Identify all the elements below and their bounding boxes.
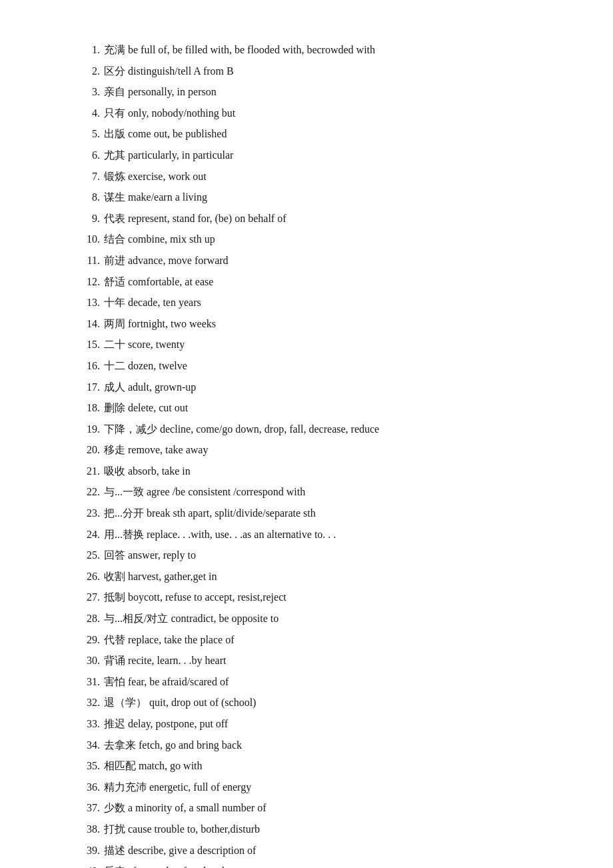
list-item: 25.回答 answer, reply to <box>80 545 533 565</box>
list-item: 12.舒适 comfortable, at ease <box>80 272 533 292</box>
item-number: 35. <box>80 756 104 776</box>
list-item: 9.代表 represent, stand for, (be) on behal… <box>80 209 533 229</box>
item-number: 12. <box>80 272 104 292</box>
item-content: 两周 fortnight, two weeks <box>104 314 533 334</box>
item-content: 移走 remove, take away <box>104 440 533 460</box>
item-content: 退（学） quit, drop out of (school) <box>104 693 533 713</box>
list-item: 34.去拿来 fetch, go and bring back <box>80 735 533 755</box>
item-content: 十年 decade, ten years <box>104 293 533 313</box>
item-content: 亲自 personally, in person <box>104 82 533 102</box>
item-number: 25. <box>80 545 104 565</box>
item-content: 代替 replace, take the place of <box>104 630 533 650</box>
list-item: 31.害怕 fear, be afraid/scared of <box>80 672 533 692</box>
item-number: 34. <box>80 735 104 755</box>
item-content: 后来 afterwards, after that, later on <box>104 861 533 868</box>
list-item: 16.十二 dozen, twelve <box>80 356 533 376</box>
item-content: 回答 answer, reply to <box>104 545 533 565</box>
item-number: 39. <box>80 841 104 861</box>
list-item: 18.删除 delete, cut out <box>80 398 533 418</box>
item-content: 精力充沛 energetic, full of energy <box>104 777 533 797</box>
list-item: 17.成人 adult, grown-up <box>80 377 533 397</box>
item-number: 13. <box>80 293 104 313</box>
item-content: 相匹配 match, go with <box>104 756 533 776</box>
item-content: 与...一致 agree /be consistent /correspond … <box>104 482 533 502</box>
item-content: 区分 distinguish/tell A from B <box>104 61 533 81</box>
item-content: 充满 be full of, be filled with, be floode… <box>104 40 533 60</box>
list-item: 39.描述 describe, give a description of <box>80 841 533 861</box>
item-number: 38. <box>80 819 104 839</box>
item-content: 去拿来 fetch, go and bring back <box>104 735 533 755</box>
item-number: 33. <box>80 714 104 734</box>
list-item: 13.十年 decade, ten years <box>80 293 533 313</box>
item-number: 4. <box>80 103 104 123</box>
item-content: 尤其 particularly, in particular <box>104 145 533 165</box>
item-number: 27. <box>80 587 104 607</box>
item-number: 36. <box>80 777 104 797</box>
item-content: 背诵 recite, learn. . .by heart <box>104 651 533 671</box>
list-item: 33.推迟 delay, postpone, put off <box>80 714 533 734</box>
item-number: 14. <box>80 314 104 334</box>
list-item: 4.只有 only, nobody/nothing but <box>80 103 533 123</box>
item-content: 与...相反/对立 contradict, be opposite to <box>104 609 533 629</box>
list-item: 32.退（学） quit, drop out of (school) <box>80 693 533 713</box>
item-content: 结合 combine, mix sth up <box>104 229 533 249</box>
list-item: 36.精力充沛 energetic, full of energy <box>80 777 533 797</box>
item-content: 出版 come out, be published <box>104 124 533 144</box>
list-item: 37.少数 a minority of, a small number of <box>80 798 533 818</box>
list-item: 14.两周 fortnight, two weeks <box>80 314 533 334</box>
item-content: 把...分开 break sth apart, split/divide/sep… <box>104 503 533 523</box>
item-number: 23. <box>80 503 104 523</box>
item-number: 6. <box>80 145 104 165</box>
item-content: 收割 harvest, gather,get in <box>104 567 533 587</box>
item-number: 8. <box>80 187 104 207</box>
item-number: 32. <box>80 693 104 713</box>
item-content: 二十 score, twenty <box>104 335 533 355</box>
item-number: 30. <box>80 651 104 671</box>
vocabulary-list: 1.充满 be full of, be filled with, be floo… <box>80 40 533 868</box>
item-number: 31. <box>80 672 104 692</box>
item-number: 7. <box>80 167 104 187</box>
item-number: 15. <box>80 335 104 355</box>
item-content: 抵制 boycott, refuse to accept, resist,rej… <box>104 587 533 607</box>
item-content: 代表 represent, stand for, (be) on behalf … <box>104 209 533 229</box>
item-number: 20. <box>80 440 104 460</box>
list-item: 22.与...一致 agree /be consistent /correspo… <box>80 482 533 502</box>
list-item: 27.抵制 boycott, refuse to accept, resist,… <box>80 587 533 607</box>
list-item: 2.区分 distinguish/tell A from B <box>80 61 533 81</box>
item-content: 删除 delete, cut out <box>104 398 533 418</box>
list-item: 20.移走 remove, take away <box>80 440 533 460</box>
list-item: 3.亲自 personally, in person <box>80 82 533 102</box>
list-item: 8.谋生 make/earn a living <box>80 187 533 207</box>
item-number: 5. <box>80 124 104 144</box>
item-content: 打扰 cause trouble to, bother,disturb <box>104 819 533 839</box>
item-number: 26. <box>80 567 104 587</box>
list-item: 38.打扰 cause trouble to, bother,disturb <box>80 819 533 839</box>
item-number: 40. <box>80 861 104 868</box>
item-content: 推迟 delay, postpone, put off <box>104 714 533 734</box>
item-content: 十二 dozen, twelve <box>104 356 533 376</box>
list-item: 10.结合 combine, mix sth up <box>80 229 533 249</box>
list-item: 30.背诵 recite, learn. . .by heart <box>80 651 533 671</box>
item-content: 前进 advance, move forward <box>104 251 533 271</box>
list-item: 24.用...替换 replace. . .with, use. . .as a… <box>80 525 533 545</box>
item-content: 锻炼 exercise, work out <box>104 167 533 187</box>
item-number: 24. <box>80 525 104 545</box>
item-number: 18. <box>80 398 104 418</box>
item-content: 成人 adult, grown-up <box>104 377 533 397</box>
item-number: 1. <box>80 40 104 60</box>
list-item: 11.前进 advance, move forward <box>80 251 533 271</box>
item-number: 21. <box>80 461 104 481</box>
item-content: 用...替换 replace. . .with, use. . .as an a… <box>104 525 533 545</box>
list-item: 5.出版 come out, be published <box>80 124 533 144</box>
list-item: 29.代替 replace, take the place of <box>80 630 533 650</box>
list-item: 35.相匹配 match, go with <box>80 756 533 776</box>
item-number: 3. <box>80 82 104 102</box>
item-number: 28. <box>80 609 104 629</box>
item-content: 害怕 fear, be afraid/scared of <box>104 672 533 692</box>
list-item: 15.二十 score, twenty <box>80 335 533 355</box>
item-content: 谋生 make/earn a living <box>104 187 533 207</box>
list-item: 26.收割 harvest, gather,get in <box>80 567 533 587</box>
item-number: 29. <box>80 630 104 650</box>
item-number: 17. <box>80 377 104 397</box>
item-number: 22. <box>80 482 104 502</box>
